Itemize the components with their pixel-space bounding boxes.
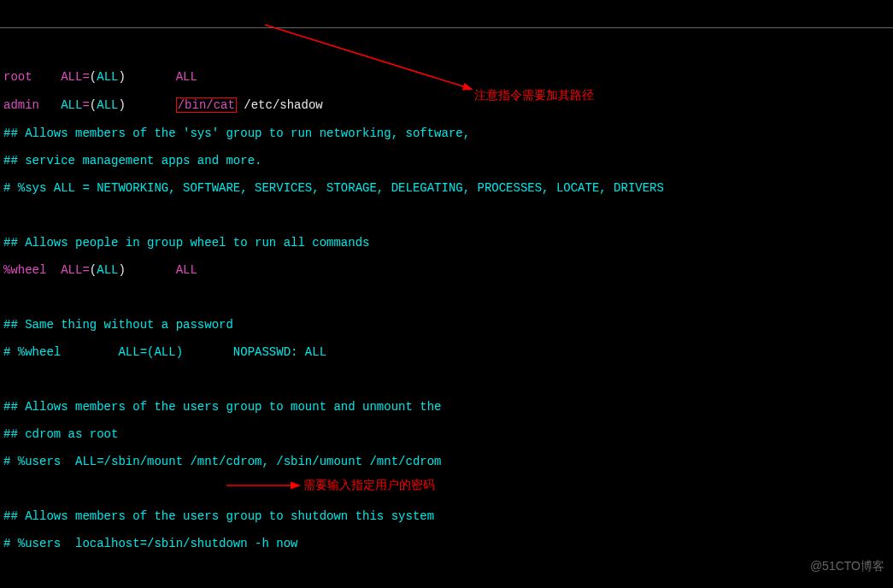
annotation-text-1: 注意指令需要加其路径 (474, 88, 594, 102)
annotation-text-2: 需要输入指定用户的密码 (303, 478, 435, 491)
divider-line (0, 27, 893, 28)
highlighted-path-box: /bin/cat (176, 97, 237, 113)
line: admin ALL=(ALL) /bin/cat /etc/shadow (3, 97, 890, 113)
line: %wheel ALL=(ALL) ALL (3, 263, 890, 277)
line: ## Allows members of the 'sys' group to … (3, 126, 890, 140)
blank-line (3, 482, 890, 496)
blank-line (3, 291, 890, 304)
line: # %sys ALL = NETWORKING, SOFTWARE, SERVI… (3, 181, 890, 195)
terminal-output: root ALL=(ALL) ALL admin ALL=(ALL) /bin/… (0, 55, 893, 588)
line: root ALL=(ALL) ALL (3, 70, 890, 84)
line: # %wheel ALL=(ALL) NOPASSWD: ALL (3, 345, 890, 359)
blank-line (3, 209, 890, 222)
line: ## service management apps and more. (3, 154, 890, 168)
watermark: @51CTO博客 (810, 559, 884, 573)
line: # %users ALL=/sbin/mount /mnt/cdrom, /sb… (3, 455, 890, 468)
blank-line (3, 564, 890, 578)
line: ## Allows people in group wheel to run a… (3, 236, 890, 250)
line: ## cdrom as root (3, 427, 890, 441)
line: ## Same thing without a password (3, 318, 890, 332)
blank-line (3, 373, 890, 386)
line: ## Allows members of the users group to … (3, 400, 890, 414)
line: ## Allows members of the users group to … (3, 509, 890, 523)
line: # %users localhost=/sbin/shutdown -h now (3, 537, 890, 550)
